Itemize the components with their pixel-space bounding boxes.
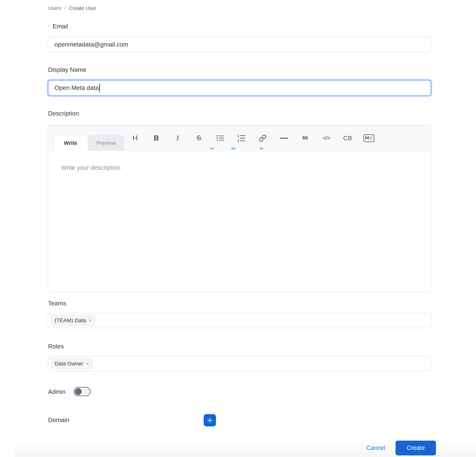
- role-tag: Data Owner ×: [51, 358, 93, 369]
- admin-toggle[interactable]: [74, 387, 91, 396]
- editor-toolbar-buttons: H B I S: [125, 125, 380, 151]
- bold-icon: B: [154, 134, 159, 142]
- admin-label: Admin: [48, 388, 66, 395]
- description-label-text: Description: [48, 110, 79, 117]
- bold-button[interactable]: B: [146, 125, 167, 151]
- bulleted-list-button[interactable]: [209, 125, 231, 151]
- breadcrumb-users[interactable]: Users: [48, 5, 61, 11]
- bulleted-list-icon: [216, 134, 224, 142]
- markdown-icon: M↓: [363, 134, 374, 142]
- roles-label: Roles: [48, 343, 64, 350]
- toolbar-accent-dash: [231, 148, 235, 149]
- breadcrumb: Users / Create User: [48, 5, 96, 11]
- display-name-value: Open Meta data: [55, 85, 99, 92]
- team-tag-label: (TEAM) Data: [55, 317, 86, 324]
- inline-code-button[interactable]: </>: [316, 125, 337, 151]
- display-name-label-text: Display Name: [48, 66, 86, 73]
- italic-button[interactable]: I: [167, 125, 188, 151]
- text-cursor: [99, 84, 100, 92]
- inline-code-icon: </>: [323, 135, 330, 141]
- teams-label: Teams: [48, 300, 66, 307]
- cancel-button[interactable]: Cancel: [366, 444, 385, 451]
- strikethrough-icon: S: [197, 134, 201, 142]
- svg-text:2: 2: [238, 139, 239, 142]
- editor-toolbar: Write Preview H B I S: [48, 125, 431, 151]
- teams-label-text: Teams: [48, 300, 66, 307]
- role-tag-label: Data Owner: [55, 361, 83, 367]
- create-user-page: Users / Create User * Email Display Name…: [0, 0, 476, 457]
- link-icon: [259, 134, 267, 142]
- link-button[interactable]: [252, 125, 273, 151]
- create-button[interactable]: Create: [396, 440, 436, 455]
- email-label: * Email: [48, 23, 68, 30]
- toolbar-accent-dash: [210, 148, 214, 149]
- add-domain-button[interactable]: +: [204, 414, 216, 426]
- breadcrumb-separator: /: [64, 5, 66, 11]
- toolbar-accent-dash: [260, 148, 263, 149]
- admin-row: Admin: [48, 387, 91, 396]
- domain-label: Domain: [48, 416, 69, 424]
- tab-write[interactable]: Write: [53, 135, 88, 151]
- toggle-knob-icon: [75, 388, 81, 395]
- roles-select[interactable]: Data Owner ×: [48, 356, 431, 371]
- remove-role-tag-icon[interactable]: ×: [86, 361, 89, 366]
- strikethrough-button[interactable]: S: [188, 125, 209, 151]
- email-input[interactable]: [48, 37, 431, 52]
- tab-preview[interactable]: Preview: [88, 135, 124, 150]
- team-tag: (TEAM) Data ×: [51, 315, 95, 326]
- numbered-list-icon: 1 2: [237, 134, 246, 142]
- domain-label-text: Domain: [48, 416, 69, 424]
- markdown-button[interactable]: M↓: [358, 125, 380, 151]
- quote-button[interactable]: 66: [295, 125, 316, 151]
- display-name-input[interactable]: Open Meta data: [48, 80, 431, 96]
- heading-button[interactable]: H: [125, 125, 146, 151]
- heading-icon: H: [133, 134, 138, 142]
- italic-icon: I: [176, 134, 179, 142]
- roles-label-text: Roles: [48, 343, 64, 350]
- svg-text:1: 1: [238, 134, 239, 138]
- form-footer: Cancel Create: [15, 439, 476, 457]
- breadcrumb-create-user: Create User: [69, 5, 96, 11]
- code-block-button[interactable]: CB: [337, 125, 358, 151]
- code-block-icon: CB: [343, 135, 352, 142]
- description-editor: Write Preview H B I S: [48, 125, 431, 292]
- description-placeholder: Write your description: [61, 164, 120, 171]
- horizontal-rule-icon: [280, 137, 288, 138]
- required-asterisk-icon: *: [48, 24, 50, 30]
- remove-team-tag-icon[interactable]: ×: [89, 318, 92, 323]
- teams-select[interactable]: (TEAM) Data ×: [48, 313, 431, 328]
- display-name-label: Display Name: [48, 66, 86, 73]
- quote-icon: 66: [302, 135, 308, 141]
- email-label-text: Email: [52, 23, 68, 30]
- numbered-list-button[interactable]: 1 2: [231, 125, 252, 151]
- horizontal-rule-button[interactable]: [273, 125, 295, 151]
- description-textarea[interactable]: Write your description: [48, 151, 431, 185]
- description-label: Description: [48, 110, 79, 117]
